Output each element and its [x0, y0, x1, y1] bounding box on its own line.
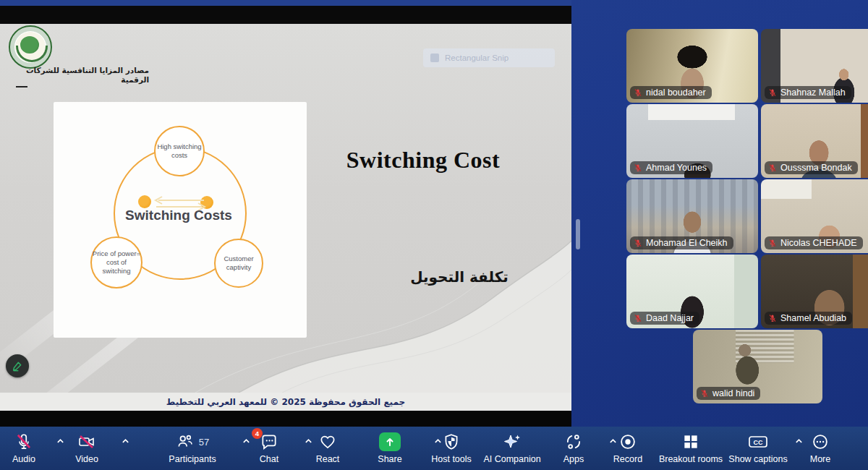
window-frame-strip: [0, 0, 571, 6]
participant-name: Ousssma Bondak: [780, 163, 852, 173]
participant-tile[interactable]: walid hindi: [693, 330, 822, 403]
record-label: Record: [613, 454, 642, 464]
participant-name: nidal boudaher: [646, 87, 706, 98]
mic-muted-icon: [14, 432, 33, 451]
participant-name: walid hindi: [712, 388, 754, 398]
participants-button[interactable]: 57 Participants: [158, 431, 227, 464]
participant-tile[interactable]: Ousssma Bondak: [761, 104, 868, 178]
apps-label: Apps: [563, 454, 584, 464]
chat-label: Chat: [260, 454, 278, 464]
breakout-rooms-button[interactable]: Breakout rooms: [656, 431, 726, 464]
chat-badge: 4: [252, 428, 263, 439]
slide-header-arabic: مصادر المزايا التنافسية للشركات الرقمية: [4, 66, 149, 85]
shared-screen: مصادر المزايا التنافسية للشركات الرقمية …: [0, 0, 571, 427]
meeting-toolbar: Audio Video 57 Participants: [0, 427, 868, 470]
show-captions-label: Show captions: [728, 454, 787, 464]
more-icon: [811, 432, 830, 451]
logo-globe: [20, 36, 39, 54]
participant-tile[interactable]: Nicolas CHEHADE: [761, 179, 868, 253]
participant-name: Mohamad El Cheikh: [646, 238, 728, 248]
share-label: Share: [378, 454, 401, 464]
muted-mic-icon: [768, 88, 777, 97]
muted-mic-icon: [634, 239, 642, 247]
react-button[interactable]: React: [293, 431, 362, 464]
heart-icon: [318, 432, 337, 451]
more-label: More: [810, 454, 830, 464]
pencil-icon: [12, 360, 23, 372]
ai-companion-icon: [502, 432, 522, 451]
participant-tile[interactable]: nidal boudaher: [626, 29, 758, 103]
header-underline: [16, 86, 27, 87]
ai-companion-button[interactable]: AI Companion: [477, 431, 547, 464]
muted-mic-icon: [768, 239, 777, 247]
presentation-slide: مصادر المزايا التنافسية للشركات الرقمية …: [0, 24, 571, 393]
ai-companion-label: AI Companion: [483, 454, 540, 464]
video-options-chevron[interactable]: [122, 438, 129, 444]
diagram-node-high-switching-costs: High switching costs: [154, 126, 205, 176]
host-tools-button[interactable]: Host tools: [417, 431, 486, 464]
snip-label: Rectangular Snip: [445, 54, 509, 62]
share-button[interactable]: Share: [355, 431, 425, 464]
participant-tile[interactable]: Shahnaz Mallah: [761, 29, 868, 103]
muted-mic-icon: [768, 314, 777, 322]
participant-name: Daad Najjar: [646, 313, 694, 323]
chat-icon: [260, 432, 278, 451]
slide-copyright-bar: جميع الحقوق محفوظة 2025 © للمعهد العربي …: [0, 393, 571, 411]
participant-name: Nicolas CHEHADE: [780, 238, 857, 248]
muted-mic-icon: [634, 88, 642, 97]
svg-text:CC: CC: [754, 439, 763, 446]
participants-count: 57: [199, 437, 209, 448]
participants-icon: [176, 432, 195, 451]
diagram-node-price-of-power: Price of power= cost of switching: [90, 236, 142, 289]
switching-costs-diagram: High switching costs Price of power= cos…: [54, 102, 307, 338]
show-captions-button[interactable]: CC Show captions: [723, 431, 793, 464]
muted-mic-icon: [768, 163, 777, 172]
record-button[interactable]: Record: [593, 431, 663, 464]
gallery-resize-handle[interactable]: [576, 219, 580, 249]
breakout-rooms-icon: [681, 432, 700, 451]
copyright-text: جميع الحقوق محفوظة 2025 © للمعهد العربي …: [166, 397, 405, 407]
rectangular-snip-ghost: Rectangular Snip: [423, 48, 555, 67]
participant-tile[interactable]: Daad Najjar: [626, 255, 758, 328]
annotate-button[interactable]: [6, 354, 29, 377]
react-label: React: [316, 454, 340, 464]
snip-icon: [430, 54, 439, 62]
slide-title-arabic: تكلفة التحويل: [394, 268, 524, 286]
shield-icon: [442, 432, 461, 451]
video-button[interactable]: Video: [52, 431, 122, 464]
video-label: Video: [75, 454, 98, 464]
participant-name: Ahmad Younes: [646, 163, 707, 173]
diagram-node-customer-captivity: Customer captivity: [214, 239, 263, 288]
video-off-icon: [77, 432, 97, 451]
host-tools-label: Host tools: [431, 454, 472, 464]
share-screen-icon: [379, 432, 401, 451]
breakout-rooms-label: Breakout rooms: [659, 454, 723, 464]
slide-title: Switching Cost: [304, 147, 542, 174]
participant-tile[interactable]: Ahmad Younes: [626, 104, 758, 178]
audio-label: Audio: [12, 454, 35, 464]
muted-mic-icon: [700, 389, 709, 398]
participant-tile[interactable]: Mohamad El Cheikh: [626, 179, 758, 253]
participant-name: Shahnaz Mallah: [780, 87, 846, 98]
diagram-center-label: Switching Costs: [121, 208, 237, 224]
video-gallery: nidal boudaher Shahnaz Mallah Ahmad Youn…: [571, 0, 868, 427]
apps-icon: [564, 432, 583, 451]
muted-mic-icon: [634, 163, 642, 172]
arab-planning-institute-logo: [9, 25, 52, 69]
participants-label: Participants: [169, 454, 216, 464]
record-icon: [618, 432, 637, 451]
audio-button[interactable]: Audio: [0, 431, 59, 464]
participant-tile[interactable]: Shamel Abudiab: [761, 255, 868, 328]
participant-name: Shamel Abudiab: [780, 313, 846, 323]
share-letterbox: [0, 411, 571, 427]
captions-icon: CC: [747, 432, 769, 451]
more-button[interactable]: More: [786, 431, 855, 464]
muted-mic-icon: [634, 314, 642, 322]
